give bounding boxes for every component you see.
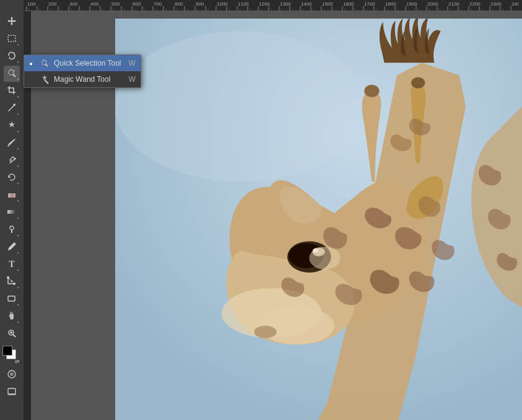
tool-screen-mode[interactable] [4, 384, 20, 400]
dropdown-quick-select-label: Quick Selection Tool [54, 59, 125, 68]
tool-clone[interactable]: ▾ [4, 152, 20, 168]
quick-mask-icon [7, 369, 17, 380]
submenu-arrow: ▾ [17, 43, 19, 46]
dropdown-item-quick-select[interactable]: ● Quick Selection Tool W [24, 55, 141, 71]
submenu-arrow: ▾ [17, 78, 19, 81]
swap-colors-icon[interactable]: ⇄ [15, 358, 20, 364]
svg-text:1400: 1400 [301, 1, 312, 7]
submenu-arrow: ▾ [17, 182, 19, 185]
eyedropper-icon [7, 103, 17, 114]
svg-text:900: 900 [196, 1, 204, 7]
tool-path-select[interactable]: ▾ [4, 274, 20, 290]
brush-icon [7, 138, 17, 149]
tool-history[interactable]: ▾ [4, 170, 20, 186]
svg-text:800: 800 [175, 1, 183, 7]
svg-text:2200: 2200 [469, 1, 481, 7]
ruler-top-svg: 1002003004005006007008009001000110012001… [24, 0, 519, 11]
tool-gradient[interactable]: ▾ [4, 204, 20, 221]
lasso-icon [7, 51, 17, 62]
svg-text:200: 200 [48, 1, 57, 7]
move-icon [7, 16, 17, 27]
svg-text:1900: 1900 [406, 1, 417, 7]
submenu-arrow: ▾ [17, 199, 19, 203]
image-canvas[interactable] [115, 19, 522, 420]
svg-point-139 [10, 372, 14, 376]
tool-shapes[interactable]: ▾ [4, 291, 20, 307]
clone-icon [7, 155, 17, 166]
submenu-arrow: ▾ [17, 130, 19, 133]
svg-text:1100: 1100 [238, 1, 249, 7]
svg-point-208 [364, 85, 379, 97]
tool-eyedropper[interactable]: ▾ [4, 100, 20, 116]
tool-eraser[interactable]: ▾ [4, 187, 20, 203]
svg-rect-133 [8, 296, 15, 301]
svg-line-214 [46, 61, 47, 61]
svg-text:2000: 2000 [427, 1, 438, 7]
type-icon: T [9, 260, 14, 269]
tool-crop[interactable]: ▾ [4, 83, 20, 99]
svg-point-211 [42, 61, 46, 65]
submenu-arrow: ▾ [17, 269, 19, 272]
svg-rect-126 [11, 193, 14, 198]
svg-text:100: 100 [27, 1, 36, 7]
submenu-arrow: ▾ [17, 286, 19, 289]
svg-point-119 [9, 70, 14, 75]
svg-line-135 [13, 335, 15, 337]
tool-marquee[interactable]: ▾ [4, 31, 20, 47]
dropdown-item-magic-wand[interactable]: Magic Wand Tool W [24, 71, 141, 87]
svg-text:1200: 1200 [259, 1, 270, 7]
svg-text:700: 700 [154, 1, 162, 7]
tool-lasso[interactable]: ▾ [4, 48, 20, 64]
svg-text:1300: 1300 [280, 1, 291, 7]
marquee-icon [7, 33, 17, 45]
svg-point-203 [254, 326, 276, 338]
healing-icon [7, 120, 17, 131]
tool-type[interactable]: T ▾ [4, 256, 20, 273]
submenu-arrow: ▾ [17, 321, 19, 324]
svg-text:2400: 2400 [511, 1, 519, 7]
tool-dropdown-menu: ● Quick Selection Tool W Magic Wand Tool… [24, 55, 141, 88]
tool-pen[interactable]: ▾ [4, 239, 20, 255]
shapes-icon [7, 294, 17, 305]
history-icon [7, 172, 17, 183]
svg-text:1600: 1600 [343, 1, 354, 7]
submenu-arrow: ▾ [17, 252, 19, 255]
svg-text:1500: 1500 [322, 1, 333, 7]
pen-icon [7, 242, 17, 253]
crop-icon [7, 85, 17, 97]
magic-wand-check-icon [29, 76, 35, 83]
svg-point-209 [411, 77, 425, 89]
foreground-color-swatch[interactable] [2, 346, 12, 356]
tool-quick-mask[interactable] [4, 367, 20, 383]
svg-line-212 [46, 64, 48, 67]
tool-zoom[interactable] [4, 326, 20, 342]
svg-rect-127 [7, 210, 16, 214]
svg-text:2300: 2300 [490, 1, 502, 7]
svg-text:2100: 2100 [448, 1, 459, 7]
svg-text:400: 400 [90, 1, 99, 7]
svg-point-210 [309, 247, 341, 269]
tool-move[interactable] [4, 14, 20, 30]
screen-mode-icon [7, 387, 17, 398]
path-select-icon [7, 276, 17, 287]
tool-dodge[interactable]: ▾ [4, 222, 20, 238]
tool-quick-select[interactable]: ▾ [4, 66, 20, 82]
dropdown-magic-wand-shortcut: W [129, 75, 136, 84]
dropdown-quick-select-shortcut: W [129, 59, 136, 68]
tool-healing[interactable]: ▾ [4, 118, 20, 134]
quick-select-icon [7, 68, 17, 79]
dropdown-magic-wand-label: Magic Wand Tool [54, 75, 125, 84]
submenu-arrow: ▾ [17, 147, 19, 151]
svg-point-200 [115, 32, 365, 182]
dodge-icon [7, 224, 17, 235]
svg-point-124 [9, 161, 12, 164]
tool-brush[interactable]: ▾ [4, 135, 20, 151]
submenu-arrow: ▾ [17, 113, 19, 116]
submenu-arrow: ▾ [17, 165, 19, 168]
submenu-arrow: ▾ [17, 95, 19, 98]
hand-icon [7, 311, 17, 322]
svg-point-202 [259, 307, 334, 345]
toolbar: ▾ ▾ ▾ ▾ ▾ ▾ ▾ [0, 11, 24, 420]
tool-hand[interactable]: ▾ [4, 308, 20, 325]
submenu-arrow: ▾ [17, 304, 19, 307]
